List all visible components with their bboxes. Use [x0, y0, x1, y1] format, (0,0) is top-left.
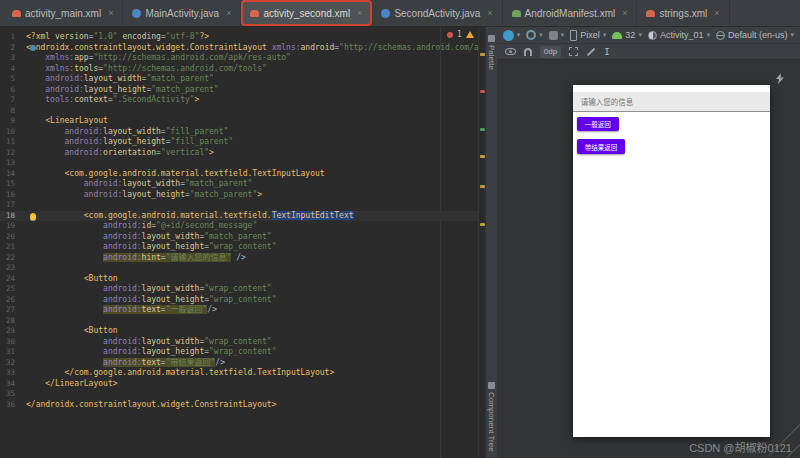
inspections-widget[interactable]: 1 4 ∧ ∨ [447, 30, 478, 39]
code-text: </com.google.android.material.textfield.… [26, 368, 334, 379]
code-line: 19 android:id="@+id/second_message" [0, 221, 478, 232]
close-icon[interactable]: × [487, 8, 492, 18]
error-stripe[interactable] [478, 27, 486, 458]
tab-strings-xml[interactable]: strings.xml× [637, 0, 729, 26]
device-selector[interactable]: Pixel▾ [570, 30, 606, 41]
guideline-icon[interactable] [569, 47, 578, 56]
palette-label: Palette [487, 45, 496, 70]
code-text: android:orientation="vertical"> [26, 148, 214, 159]
design-toolbar-row1: ▾ ▾ ▾ Pixel▾ 32▾ Activity_01▾ Default (e… [497, 27, 800, 44]
tab-activity-main-xml[interactable]: activity_main.xml× [3, 0, 123, 26]
android-xml-icon [12, 10, 21, 17]
code-line: 34 </LinearLayout> [0, 379, 478, 390]
code-editor[interactable]: 1<?xml version="1.0" encoding="utf-8"?>2… [0, 27, 478, 458]
code-line: 17 [0, 200, 478, 211]
palette-tool-button[interactable]: Palette [487, 35, 496, 70]
tab-activity-second-xml[interactable]: activity_second.xml× [241, 0, 372, 26]
code-lines: 1<?xml version="1.0" encoding="utf-8"?>2… [0, 27, 478, 410]
warning-icon [466, 31, 474, 38]
theme-selector[interactable]: Activity_01▾ [648, 30, 710, 40]
preview-button-normal-return[interactable]: 一般返回 [577, 117, 619, 131]
design-surface[interactable]: 请输入您的信息 一般返回 带结果返回 [497, 60, 800, 458]
code-text: <androidx.constraintlayout.widget.Constr… [26, 43, 478, 54]
close-icon[interactable]: × [108, 8, 113, 18]
code-line: 2<androidx.constraintlayout.widget.Const… [0, 43, 478, 54]
code-line: 27 android:text="一般返回"/> [0, 305, 478, 316]
code-line: 3 xmlns:app="http://schemas.android.com/… [0, 53, 478, 64]
code-line: 13 [0, 158, 478, 169]
system-ui-icon [549, 31, 558, 40]
code-line: 30 android:layout_width="wrap_content" [0, 337, 478, 348]
code-line: 35 [0, 389, 478, 400]
warning-mark[interactable] [480, 185, 485, 188]
line-number: 36 [0, 400, 26, 411]
orientation-selector[interactable]: ▾ [526, 30, 543, 40]
line-number: 33 [0, 368, 26, 379]
close-icon[interactable]: × [622, 8, 627, 18]
code-text: android:text="一般返回"/> [26, 305, 217, 316]
preview-gutter-icon[interactable] [30, 45, 36, 51]
system-ui-selector[interactable]: ▾ [549, 31, 565, 40]
tab-secondactivity-java[interactable]: SecondActivity.java× [372, 0, 502, 26]
line-number: 26 [0, 295, 26, 306]
line-number: 8 [0, 106, 26, 117]
design-surface-selector[interactable]: ▾ [503, 30, 521, 41]
text-input-preview[interactable]: 请输入您的信息 [573, 92, 770, 112]
design-surface-icon [503, 30, 514, 41]
code-line: 24 <Button [0, 274, 478, 285]
code-line: 4 xmlns:tools="http://schemas.android.co… [0, 64, 478, 75]
tab-label: activity_main.xml [25, 8, 101, 19]
tab-label: AndroidManifest.xml [525, 8, 616, 19]
tab-label: MainActivity.java [145, 8, 219, 19]
code-text: </androidx.constraintlayout.widget.Const… [26, 400, 276, 411]
main-split: 1<?xml version="1.0" encoding="utf-8"?>2… [0, 27, 800, 458]
close-icon[interactable]: × [357, 8, 362, 18]
device-label: Pixel [580, 30, 600, 40]
line-number: 23 [0, 263, 26, 274]
warning-mark[interactable] [480, 155, 485, 158]
error-icon [447, 32, 453, 38]
info-mark[interactable] [480, 128, 485, 131]
default-margins-button[interactable]: 0dp [540, 46, 561, 58]
component-tree-label: Component Tree [487, 392, 496, 452]
chevron-down-icon: ▾ [561, 31, 565, 39]
tab-label: SecondActivity.java [394, 8, 480, 19]
component-tree-icon [488, 382, 495, 389]
code-line: 23 [0, 263, 478, 274]
locale-selector[interactable]: Default (en-us)▾ [716, 30, 794, 40]
warning-mark[interactable] [480, 223, 485, 226]
line-number: 14 [0, 169, 26, 180]
lightbulb-icon[interactable] [30, 213, 36, 220]
line-number: 22 [0, 253, 26, 264]
tab-androidmanifest-xml[interactable]: AndroidManifest.xml× [503, 0, 638, 26]
code-line: 15 android:layout_width="match_parent" [0, 179, 478, 190]
code-text: android:layout_width="match_parent" [26, 179, 252, 190]
code-text: android:id="@+id/second_message" [26, 221, 257, 232]
line-number: 18 [0, 211, 26, 222]
error-mark[interactable] [480, 90, 485, 93]
design-canvas[interactable]: 请输入您的信息 一般返回 带结果返回 [573, 85, 770, 437]
chevron-down-icon: ▾ [790, 31, 794, 39]
chevron-down-icon: ▾ [603, 31, 607, 39]
line-number: 13 [0, 158, 26, 169]
code-line: 16 android:layout_height="match_parent"> [0, 190, 478, 201]
api-selector[interactable]: 32▾ [612, 30, 642, 40]
code-line: 18 <com.google.android.material.textfiel… [0, 211, 478, 222]
component-tree-tool-button[interactable]: Component Tree [487, 382, 496, 452]
pencil-icon[interactable] [587, 47, 595, 55]
warning-mark[interactable] [480, 53, 485, 56]
code-line: 33 </com.google.android.material.textfie… [0, 368, 478, 379]
view-options-icon[interactable] [505, 48, 516, 55]
code-line: 11 android:layout_height="fill_parent" [0, 137, 478, 148]
tab-mainactivity-java[interactable]: MainActivity.java× [123, 0, 241, 26]
code-text: android:layout_width="match_parent" [26, 232, 272, 243]
text-cursor-icon[interactable]: I [604, 47, 609, 57]
line-number: 17 [0, 200, 26, 211]
preview-button-return-with-result[interactable]: 带结果返回 [577, 139, 626, 154]
line-number: 30 [0, 337, 26, 348]
close-icon[interactable]: × [226, 8, 231, 18]
code-line: 8 [0, 106, 478, 117]
autoconnect-magnet-icon[interactable] [524, 48, 532, 56]
close-icon[interactable]: × [714, 8, 719, 18]
line-number: 34 [0, 379, 26, 390]
